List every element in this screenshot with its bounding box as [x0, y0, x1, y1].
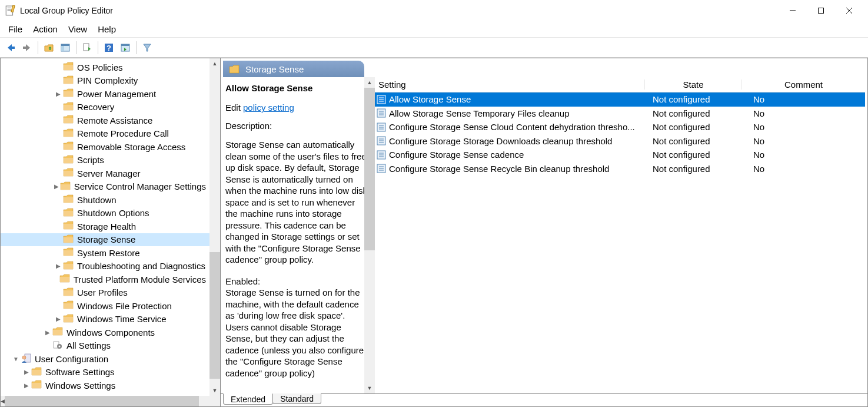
tree-item[interactable]: Scripts: [1, 154, 209, 167]
tree-item[interactable]: ▶Windows Time Service: [1, 313, 209, 326]
menu-view[interactable]: View: [68, 24, 87, 34]
tree-item[interactable]: Shutdown Options: [1, 207, 209, 220]
tree-vertical-scrollbar[interactable]: ▲ ▼: [209, 58, 220, 396]
tree-item[interactable]: Trusted Platform Module Services: [1, 273, 209, 286]
tree-item-label: Shutdown Options: [77, 208, 149, 218]
folder-icon: [52, 327, 66, 337]
tab-standard[interactable]: Standard: [272, 393, 321, 404]
properties-button[interactable]: [118, 41, 132, 55]
tree-item-label: Trusted Platform Module Services: [74, 274, 206, 284]
tree-item[interactable]: User Profiles: [1, 286, 209, 300]
tree-item[interactable]: Remote Assistance: [1, 114, 209, 127]
scroll-left-button[interactable]: ◀: [1, 396, 5, 406]
scroll-down-button[interactable]: ▼: [364, 383, 375, 393]
tree-item[interactable]: ▶Software Settings: [1, 366, 209, 379]
tree-item[interactable]: Remote Procedure Call: [1, 127, 209, 141]
setting-icon: [376, 122, 387, 133]
scroll-down-button[interactable]: ▼: [209, 385, 220, 396]
export-list-button[interactable]: [80, 41, 94, 55]
tree-item[interactable]: ▼User Configuration: [1, 352, 209, 366]
tree-item[interactable]: Removable Storage Access: [1, 140, 209, 154]
tree-item-label: Windows Settings: [45, 380, 115, 391]
edit-label: Edit: [225, 102, 241, 112]
column-setting[interactable]: Setting: [375, 80, 644, 90]
user-icon: [21, 353, 35, 365]
setting-name: Allow Storage Sense: [389, 94, 644, 104]
forward-button[interactable]: [20, 41, 34, 55]
folder-icon: [63, 234, 77, 245]
tree-item[interactable]: Server Manager: [1, 167, 209, 180]
folder-icon: [63, 102, 77, 112]
setting-row[interactable]: Configure Storage Sense Cloud Content de…: [375, 120, 865, 134]
tree-item[interactable]: System Restore: [1, 246, 209, 260]
scroll-up-button[interactable]: ▲: [209, 58, 220, 69]
setting-row[interactable]: Configure Storage Sense Recycle Bin clea…: [375, 162, 865, 176]
show-hide-console-tree-button[interactable]: [58, 41, 72, 55]
settings-list[interactable]: Allow Storage SenseNot configuredNoAllow…: [375, 92, 865, 393]
setting-row[interactable]: Configure Storage Sense cadenceNot confi…: [375, 148, 865, 162]
folder-icon: [63, 88, 77, 99]
folder-icon: [60, 181, 74, 192]
svg-point-21: [59, 345, 61, 347]
setting-row[interactable]: Configure Storage Storage Downloads clea…: [375, 134, 865, 148]
expand-icon[interactable]: ▶: [54, 183, 60, 190]
tree-item-label: Shutdown: [77, 195, 117, 205]
enabled-body: Storage Sense is turned on for the machi…: [225, 287, 369, 379]
close-button[interactable]: [835, 2, 863, 19]
tree-item[interactable]: ▶Windows Components: [1, 326, 209, 339]
expand-icon[interactable]: ▶: [54, 316, 63, 322]
filter-button[interactable]: [140, 41, 154, 55]
setting-row[interactable]: Allow Storage SenseNot configuredNo: [375, 92, 865, 107]
setting-name: Configure Storage Sense cadence: [389, 150, 644, 160]
menu-action[interactable]: Action: [33, 24, 58, 34]
folder-icon: [63, 62, 77, 72]
expand-icon[interactable]: ▶: [54, 91, 63, 97]
tree-item[interactable]: OS Policies: [1, 61, 209, 74]
collapse-icon[interactable]: ▼: [11, 356, 21, 362]
up-level-button[interactable]: [42, 41, 56, 55]
tree-item[interactable]: ▶Service Control Manager Settings: [1, 180, 209, 194]
setting-icon: [376, 150, 387, 160]
tree-horizontal-scrollbar[interactable]: ◀ ▶: [1, 396, 220, 406]
expand-icon[interactable]: ▶: [54, 263, 63, 269]
tree-item-label: Storage Sense: [77, 234, 135, 244]
expand-icon[interactable]: ▶: [22, 382, 31, 389]
setting-name: Configure Storage Storage Downloads clea…: [389, 136, 644, 146]
column-comment[interactable]: Comment: [741, 80, 865, 90]
tab-extended[interactable]: Extended: [223, 393, 273, 405]
policy-tree[interactable]: OS PoliciesPIN Complexity▶Power Manageme…: [1, 58, 220, 406]
tree-item[interactable]: Shutdown: [1, 193, 209, 207]
tree-item[interactable]: ▶Windows Settings: [1, 379, 209, 392]
setting-row[interactable]: Allow Storage Sense Temporary Files clea…: [375, 107, 865, 121]
tree-item[interactable]: PIN Complexity: [1, 74, 209, 88]
tree-item[interactable]: All Settings: [1, 339, 209, 353]
setting-icon: [376, 94, 387, 105]
menu-bar: File Action View Help: [0, 21, 868, 38]
tree-item[interactable]: ▶Troubleshooting and Diagnostics: [1, 260, 209, 273]
help-button[interactable]: ?: [102, 41, 116, 55]
expand-icon[interactable]: ▶: [43, 329, 52, 336]
tree-item-label: Storage Health: [77, 221, 136, 231]
tree-item[interactable]: Recovery: [1, 101, 209, 114]
edit-policy-link[interactable]: policy setting: [243, 102, 294, 112]
tree-item[interactable]: Storage Sense: [1, 233, 209, 247]
app-icon: [5, 5, 15, 16]
back-button[interactable]: [4, 41, 18, 55]
column-state[interactable]: State: [644, 80, 741, 90]
title-bar: Local Group Policy Editor: [0, 0, 868, 21]
setting-state: Not configured: [644, 94, 741, 104]
scroll-up-button[interactable]: ▲: [364, 77, 375, 88]
tree-item[interactable]: Storage Health: [1, 220, 209, 233]
maximize-button[interactable]: [807, 2, 835, 19]
folder-icon: [63, 314, 77, 325]
expand-icon[interactable]: ▶: [22, 369, 31, 375]
tree-item[interactable]: Windows File Protection: [1, 299, 209, 313]
svg-rect-10: [23, 47, 26, 49]
menu-file[interactable]: File: [8, 24, 22, 34]
tree-item-label: Power Management: [77, 89, 156, 99]
menu-help[interactable]: Help: [98, 24, 116, 34]
description-scrollbar[interactable]: ▲ ▼: [364, 77, 375, 393]
tree-item[interactable]: ▶Power Management: [1, 87, 209, 101]
minimize-button[interactable]: [779, 2, 807, 19]
folder-icon: [63, 115, 77, 125]
